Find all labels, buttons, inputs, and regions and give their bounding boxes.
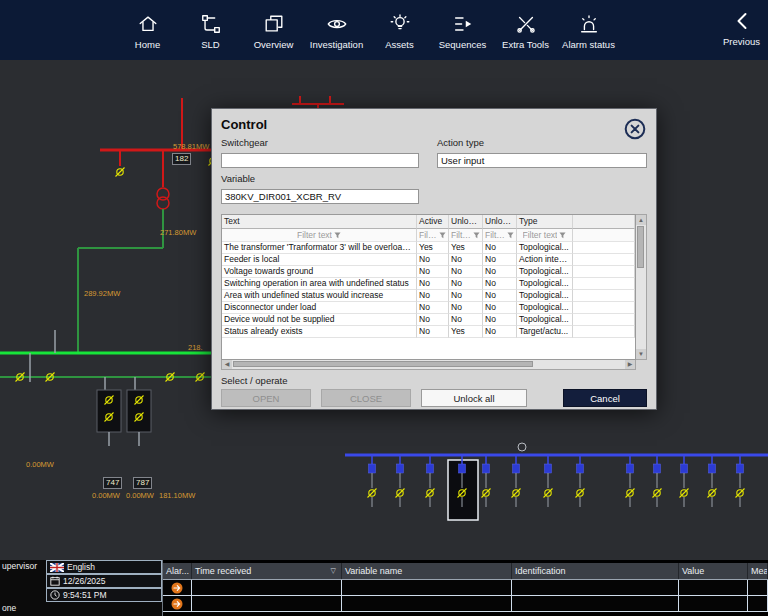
table-vertical-scrollbar[interactable]: ▲ ▼ bbox=[636, 214, 647, 360]
alarm-status-icon bbox=[578, 12, 600, 36]
dialog-buttons: OPEN CLOSE Unlock all Cancel bbox=[221, 389, 647, 407]
uk-flag-icon bbox=[50, 563, 64, 572]
control-table-header: TextActiveUnlocka..UnlockedType bbox=[222, 215, 635, 229]
column-header[interactable]: Text bbox=[222, 215, 417, 229]
language-selector[interactable]: English bbox=[46, 560, 162, 574]
scroll-left-icon[interactable]: ◀ bbox=[222, 360, 232, 369]
column-header[interactable]: Unlocked bbox=[483, 215, 517, 229]
open-button[interactable]: OPEN bbox=[221, 389, 311, 407]
nav-item-extra-tools[interactable]: Extra Tools bbox=[494, 10, 557, 50]
arrow-right-icon bbox=[171, 582, 183, 594]
alarm-cell bbox=[163, 580, 192, 595]
filter-placeholder: Filter text bbox=[485, 229, 505, 241]
table-row[interactable]: Disconnector under loadNoNoNoTopological… bbox=[222, 302, 635, 314]
table-cell: No bbox=[449, 314, 483, 326]
alarm-column-header[interactable]: Alar... bbox=[163, 563, 192, 579]
column-header[interactable]: Unlocka.. bbox=[449, 215, 483, 229]
filter-cell[interactable]: Filter text bbox=[517, 229, 573, 242]
alarm-row[interactable] bbox=[163, 596, 768, 612]
variable-input[interactable] bbox=[221, 189, 419, 204]
unlock-all-button[interactable]: Unlock all bbox=[421, 389, 527, 407]
table-row[interactable]: Voltage towards groundNoNoNoTopological.… bbox=[222, 266, 635, 278]
alarm-cell bbox=[342, 596, 512, 611]
mw-value-label: 0.00MW bbox=[26, 460, 54, 469]
table-cell: No bbox=[417, 278, 449, 290]
filter-cell[interactable]: Filter text bbox=[483, 229, 517, 242]
filter-cell[interactable]: Filter text bbox=[222, 229, 417, 242]
bottom-bar: upervisor English 12/26/2025 bbox=[0, 560, 768, 616]
control-dialog: Control Switchgear Action type Variable … bbox=[211, 108, 657, 410]
table-row[interactable]: Feeder is localNoNoNoAction interl... bbox=[222, 254, 635, 266]
sld-icon bbox=[200, 12, 222, 36]
alarm-column-header[interactable]: Variable name bbox=[342, 563, 512, 579]
cancel-button[interactable]: Cancel bbox=[563, 389, 647, 407]
table-cell: No bbox=[417, 290, 449, 302]
table-row[interactable]: Switching operation in area with undefin… bbox=[222, 278, 635, 290]
previous-button[interactable]: Previous bbox=[723, 9, 760, 47]
close-button[interactable]: CLOSE bbox=[321, 389, 411, 407]
table-cell: Disconnector under load bbox=[222, 302, 417, 314]
scroll-down-icon[interactable]: ▼ bbox=[636, 349, 646, 359]
alarm-table: Alar...Time received▽Variable nameIdenti… bbox=[163, 560, 768, 616]
table-cell: No bbox=[483, 278, 517, 290]
scroll-right-icon[interactable]: ▶ bbox=[625, 360, 635, 369]
switchgear-label: Switchgear bbox=[221, 137, 419, 148]
variable-label: Variable bbox=[221, 173, 419, 184]
nav-item-assets[interactable]: Assets bbox=[368, 10, 431, 50]
horizontal-scroll-thumb[interactable] bbox=[233, 361, 533, 367]
filter-placeholder: Filter text bbox=[451, 229, 471, 241]
filter-icon bbox=[473, 232, 480, 239]
home-icon bbox=[137, 12, 159, 36]
nav-item-sld[interactable]: SLD bbox=[179, 10, 242, 50]
table-horizontal-scrollbar[interactable]: ◀ ▶ bbox=[221, 360, 636, 370]
table-cell: No bbox=[483, 326, 517, 338]
user-label: upervisor bbox=[0, 560, 46, 574]
table-row[interactable]: Status already existsNoYesNoTarget/actu.… bbox=[222, 326, 635, 338]
dialog-title: Control bbox=[221, 117, 647, 132]
table-cell: Status already exists bbox=[222, 326, 417, 338]
select-operate-label: Select / operate bbox=[221, 375, 647, 386]
table-cell: No bbox=[417, 254, 449, 266]
alarm-row[interactable] bbox=[163, 580, 768, 596]
nav-item-overview[interactable]: Overview bbox=[242, 10, 305, 50]
table-row[interactable]: Device would not be suppliedNoNoNoTopolo… bbox=[222, 314, 635, 326]
filter-cell[interactable]: Filter text bbox=[417, 229, 449, 242]
table-cell: No bbox=[417, 314, 449, 326]
vertical-scroll-thumb[interactable] bbox=[637, 226, 644, 268]
table-cell: Feeder is local bbox=[222, 254, 417, 266]
nav-item-investigation[interactable]: Investigation bbox=[305, 10, 368, 50]
filter-cell[interactable]: Filter text bbox=[449, 229, 483, 242]
table-cell: No bbox=[483, 290, 517, 302]
action-type-input[interactable] bbox=[437, 153, 647, 168]
nav-item-alarm-status[interactable]: Alarm status bbox=[557, 10, 620, 50]
nav-item-sequences[interactable]: Sequences bbox=[431, 10, 494, 50]
switchgear-input[interactable] bbox=[221, 153, 419, 168]
table-cell: No bbox=[483, 242, 517, 254]
sequences-icon bbox=[452, 12, 474, 36]
table-cell: No bbox=[449, 254, 483, 266]
alarm-column-header[interactable]: Time received▽ bbox=[192, 563, 342, 579]
mw-value-label: 218. bbox=[188, 343, 203, 352]
table-cell: Topological... bbox=[517, 302, 573, 314]
alarm-column-header[interactable]: Identification bbox=[512, 563, 679, 579]
column-header[interactable]: Type bbox=[517, 215, 573, 229]
nav-item-label: Alarm status bbox=[562, 39, 615, 50]
alarm-cell bbox=[512, 596, 679, 611]
nav-item-label: Overview bbox=[254, 39, 294, 50]
time-label: 9:54:51 PM bbox=[63, 590, 106, 600]
alarm-cell bbox=[748, 580, 768, 595]
alarm-column-header[interactable]: Value bbox=[679, 563, 748, 579]
alarm-column-header[interactable]: Meas... bbox=[748, 563, 768, 579]
screen: HomeSLDOverviewInvestigationAssetsSequen… bbox=[0, 0, 768, 616]
alarm-cell bbox=[679, 580, 748, 595]
scroll-up-icon[interactable]: ▲ bbox=[636, 215, 646, 225]
filter-placeholder: Filter text bbox=[297, 229, 332, 241]
top-nav: HomeSLDOverviewInvestigationAssetsSequen… bbox=[0, 0, 768, 60]
column-header[interactable]: Active bbox=[417, 215, 449, 229]
alarm-rows bbox=[163, 580, 768, 612]
close-icon[interactable] bbox=[624, 118, 646, 140]
nav-item-home[interactable]: Home bbox=[116, 10, 179, 50]
alarm-column-label: Value bbox=[682, 566, 704, 576]
table-row[interactable]: The transformer 'Tranformator 3' will be… bbox=[222, 242, 635, 254]
table-row[interactable]: Area with undefined status would increas… bbox=[222, 290, 635, 302]
